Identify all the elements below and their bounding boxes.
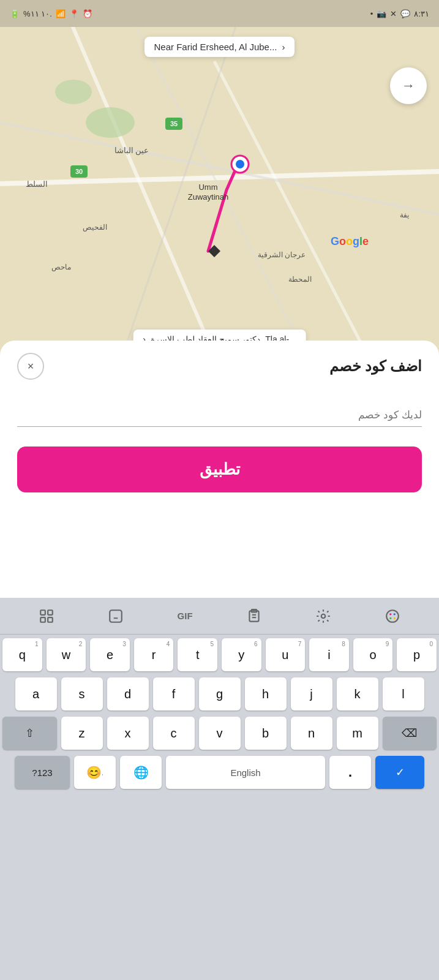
svg-text:عرجان الشرقية: عرجان الشرقية [258,251,306,259]
signal-text: %١٠ ١١. [23,9,52,18]
svg-rect-26 [41,610,46,615]
map-location-label[interactable]: Near Farid Ersheed, Al Jube... › [144,37,295,57]
close-icon: × [28,360,34,373]
key-a[interactable]: a [15,677,57,710]
key-backspace[interactable]: ⌫ [383,717,437,750]
key-g[interactable]: g [199,677,241,710]
key-row-4: ?123 😊, 🌐 English . ✓ [2,756,437,789]
key-v[interactable]: v [199,717,241,750]
sheet-header: × اضف كود خصم [17,353,422,380]
apply-button[interactable]: تطبيق [17,447,422,492]
battery-icon: 🔋 [10,9,20,18]
svg-point-11 [236,160,244,168]
key-l[interactable]: l [383,677,424,710]
key-z[interactable]: z [61,717,103,750]
key-numbers[interactable]: ?123 [15,756,70,789]
key-k[interactable]: k [337,677,378,710]
keyboard-sticker-icon[interactable] [102,603,129,630]
map-area: 35 30 عين الباشا السلط الفحيص ماحص عرجان… [0,0,439,355]
keyboard-settings-icon[interactable] [310,603,337,630]
svg-text:السلط: السلط [26,179,48,189]
key-u[interactable]: 7u [266,638,306,671]
bottom-sheet: × اضف كود خصم تطبيق [0,341,439,598]
svg-text:Umm: Umm [198,183,217,192]
keyboard-toolbar: GIF [0,598,439,635]
time-display: ٨:٣١ [414,9,429,18]
key-j[interactable]: j [291,677,332,710]
key-s[interactable]: s [61,677,103,710]
key-t[interactable]: 5t [178,638,217,671]
wifi-icon: 📶 [56,9,66,18]
close-button[interactable]: × [17,353,44,380]
keyboard-grid-icon[interactable] [33,603,60,630]
key-x[interactable]: x [107,717,149,750]
key-w[interactable]: 2w [47,638,86,671]
discount-input-container [17,404,422,427]
svg-point-35 [321,614,325,618]
svg-point-36 [386,610,399,622]
discount-code-input[interactable] [17,404,422,427]
sheet-title: اضف كود خصم [329,358,422,375]
status-bar: 🔋 %١٠ ١١. 📶 📍 ⏰ • 📷 ✕ 💬 ٨:٣١ [0,0,439,27]
key-m[interactable]: m [337,717,378,750]
svg-rect-27 [48,610,53,615]
key-f[interactable]: f [153,677,195,710]
key-row-1: 1q 2w 3e 4r 5t 6y 7u 8i 9o 0p [2,638,437,671]
key-globe[interactable]: 🌐 [120,756,162,789]
key-shift[interactable]: ⇧ [2,717,57,750]
key-d[interactable]: d [107,677,149,710]
key-row-3: ⇧ z x c v b n m ⌫ [2,717,437,750]
location-icon: 📍 [69,9,79,18]
x-icon: ✕ [390,9,397,18]
svg-rect-29 [48,617,53,622]
key-period[interactable]: . [329,756,371,789]
svg-point-38 [393,613,395,615]
alarm-icon: ⏰ [83,9,92,18]
key-e[interactable]: 3e [90,638,130,671]
key-space[interactable]: English [166,756,325,789]
key-c[interactable]: c [153,717,195,750]
svg-point-7 [86,107,135,138]
key-n[interactable]: n [291,717,332,750]
svg-rect-28 [41,617,46,622]
svg-text:الفحيص: الفحيص [83,223,107,232]
key-rows: 1q 2w 3e 4r 5t 6y 7u 8i 9o 0p a s d f g … [0,635,439,789]
svg-text:المحطة: المحطة [288,275,312,284]
location-text: Near Farid Ersheed, Al Jube... [154,42,277,52]
status-left: 🔋 %١٠ ١١. 📶 📍 ⏰ [10,9,92,18]
keyboard-clipboard-icon[interactable] [241,603,268,630]
svg-point-37 [389,613,391,615]
gif-label: GIF [178,611,193,621]
key-p[interactable]: 0p [397,638,437,671]
svg-point-39 [389,617,391,619]
svg-point-8 [55,80,92,104]
key-enter[interactable]: ✓ [375,756,424,789]
whatsapp-icon: 💬 [400,9,410,18]
key-b[interactable]: b [245,717,287,750]
map-navigate-button[interactable]: → [390,67,427,104]
svg-rect-30 [110,610,122,622]
svg-point-40 [393,617,395,619]
keyboard-palette-icon[interactable] [379,603,406,630]
key-r[interactable]: 4r [134,638,174,671]
key-i[interactable]: 8i [309,638,349,671]
svg-text:ماحص: ماحص [51,263,71,271]
svg-text:عين الباشا: عين الباشا [114,146,149,156]
status-right: • 📷 ✕ 💬 ٨:٣١ [370,9,429,18]
svg-text:يفة: يفة [400,211,409,219]
key-y[interactable]: 6y [222,638,261,671]
key-h[interactable]: h [245,677,287,710]
svg-text:Zuwaytinah: Zuwaytinah [188,192,228,202]
key-row-2: a s d f g h j k l [2,677,437,710]
instagram-icon: 📷 [377,9,386,18]
location-arrow-icon: › [282,42,285,52]
key-emoji[interactable]: 😊, [74,756,116,789]
svg-text:Google: Google [331,235,369,247]
keyboard-gif-icon[interactable]: GIF [171,603,198,630]
key-o[interactable]: 9o [353,638,393,671]
dot-icon: • [370,9,373,18]
arrow-right-icon: → [402,78,415,94]
key-q[interactable]: 1q [2,638,42,671]
keyboard-area: GIF 1q 2w [0,598,439,980]
svg-text:35: 35 [170,120,178,127]
